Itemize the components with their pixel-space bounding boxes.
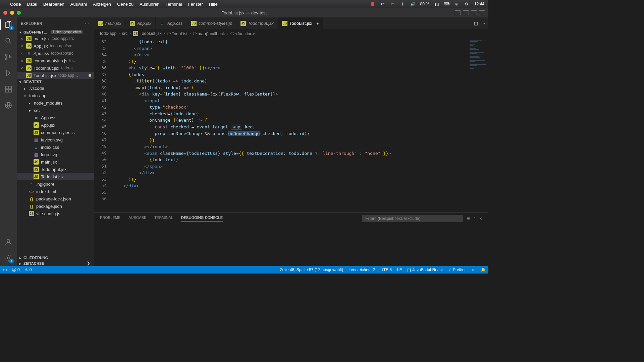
remote-icon[interactable]: [4, 101, 13, 110]
close-window[interactable]: [3, 11, 7, 15]
folder-item[interactable]: todo-app: [17, 92, 94, 99]
split-editor-icon[interactable]: ◫: [474, 21, 478, 26]
wifi-icon[interactable]: ⊚: [454, 1, 460, 7]
open-editor-item[interactable]: ×JSTodoInput.jsx todo-a…: [17, 64, 94, 72]
file-item[interactable]: JSvite.config.js: [17, 210, 94, 217]
file-item[interactable]: JSTodoList.jsx: [17, 173, 94, 180]
layout-icon[interactable]: [479, 10, 485, 15]
editor-tab[interactable]: JSTodoInput.jsx: [236, 17, 278, 29]
panel-collapse-icon[interactable]: ˆ: [474, 217, 475, 221]
app-name[interactable]: Code: [10, 2, 21, 7]
source-control-icon[interactable]: [4, 52, 13, 62]
bluetooth-icon[interactable]: ᚼ: [400, 1, 406, 7]
zoom-window[interactable]: [17, 11, 21, 15]
warnings-status[interactable]: ⚠ 0: [24, 267, 32, 272]
breadcrumb-item[interactable]: src: [122, 31, 128, 36]
menu-anzeigen[interactable]: Anzeigen: [93, 2, 111, 7]
open-editor-item[interactable]: ×#App.css todo-app/src: [17, 50, 94, 57]
close-icon[interactable]: ×: [19, 51, 24, 56]
control-center-icon[interactable]: ⚙: [464, 1, 470, 7]
file-item[interactable]: <>index.html: [17, 188, 94, 195]
feedback-icon[interactable]: ☺: [471, 267, 475, 272]
debug-filter-input[interactable]: [362, 215, 463, 222]
panel-tab-probleme[interactable]: PROBLEME: [100, 216, 120, 222]
errors-status[interactable]: ⓧ 0: [12, 267, 20, 273]
sidebar-more-icon[interactable]: ···: [85, 21, 90, 25]
editor-tab[interactable]: JSApp.jsx: [126, 17, 156, 29]
panel-bottom-icon[interactable]: [463, 10, 469, 15]
editor-tab[interactable]: JScommon-styles.js: [187, 17, 236, 29]
file-item[interactable]: ▧favicon.svg: [17, 136, 94, 143]
folder-item[interactable]: node_modules: [17, 99, 94, 107]
menu-geheztu[interactable]: Gehe zu: [117, 2, 133, 7]
account-icon[interactable]: [4, 237, 13, 247]
extensions-icon[interactable]: [4, 84, 13, 94]
open-editor-item[interactable]: ×JScommon-styles.js to…: [17, 57, 94, 64]
folder-header[interactable]: DEV-TEST: [17, 79, 94, 84]
menu-datei[interactable]: Datei: [27, 2, 37, 7]
indent-status[interactable]: Leerzeichen: 2: [348, 267, 375, 272]
remote-status-icon[interactable]: [3, 267, 7, 272]
timeline-header[interactable]: ZEITACHSE ❯: [17, 260, 94, 266]
record-icon[interactable]: [370, 1, 375, 7]
menu-terminal[interactable]: Terminal: [166, 2, 182, 7]
open-editor-item[interactable]: JSTodoList.jsx todo-app…: [17, 72, 94, 79]
search-icon[interactable]: [4, 36, 13, 46]
file-item[interactable]: JSTodoInput.jsx: [17, 166, 94, 173]
breadcrumb-item[interactable]: ⎔ <function>: [230, 31, 255, 36]
cursor-position[interactable]: Zeile 48, Spalte 57 (12 ausgewählt): [280, 267, 343, 272]
menu-auswahl[interactable]: Auswahl: [70, 2, 87, 7]
file-item[interactable]: #App.css: [17, 114, 94, 121]
filter-icon[interactable]: ≣: [467, 217, 470, 221]
file-item[interactable]: ≡.hgignore: [17, 180, 94, 188]
panel-tab-ausgabe[interactable]: AUSGABE: [128, 216, 146, 222]
bell-icon[interactable]: 🔔: [481, 267, 486, 272]
sync-icon[interactable]: ⟳: [380, 1, 385, 7]
editor-tab[interactable]: JSmain.jsx: [94, 17, 126, 29]
file-item[interactable]: JScommon-styles.js: [17, 129, 94, 136]
editor-tab[interactable]: JSTodoList.jsx: [278, 17, 323, 29]
close-icon[interactable]: ×: [19, 44, 24, 49]
menu-hilfe[interactable]: Hilfe: [209, 2, 218, 7]
tab-more-icon[interactable]: ···: [481, 21, 485, 26]
volume-icon[interactable]: 🔊: [410, 1, 416, 7]
close-icon[interactable]: ×: [19, 58, 24, 63]
menu-bearbeiten[interactable]: Bearbeiten: [43, 2, 64, 7]
editor-tab[interactable]: #App.css: [156, 17, 187, 29]
language-status[interactable]: { } JavaScript React: [407, 267, 443, 272]
open-editors-header[interactable]: GEÖFFNET… 1 nicht gespeichert: [17, 29, 94, 35]
open-editor-item[interactable]: ×JSApp.jsx todo-app/src: [17, 42, 94, 50]
folder-item[interactable]: src: [17, 107, 94, 114]
menu-ausfuehren[interactable]: Ausführen: [140, 2, 159, 7]
file-item[interactable]: ▧logo.svg: [17, 151, 94, 158]
explorer-icon[interactable]: 1: [4, 20, 13, 29]
file-item[interactable]: JSmain.jsx: [17, 158, 94, 166]
battery-icon[interactable]: ▮▯: [434, 1, 439, 7]
folder-item[interactable]: .vscode: [17, 84, 94, 92]
file-item[interactable]: JSApp.jsx: [17, 121, 94, 129]
panel-right-icon[interactable]: [471, 10, 477, 15]
prettier-status[interactable]: ✓ Prettier: [448, 267, 466, 272]
file-item[interactable]: #index.css: [17, 143, 94, 151]
outline-header[interactable]: GLIEDERUNG: [17, 255, 94, 260]
close-icon[interactable]: ×: [19, 36, 24, 41]
minimize-window[interactable]: [10, 11, 14, 15]
clock[interactable]: 12:44: [474, 2, 484, 6]
panel-left-icon[interactable]: [455, 10, 461, 15]
eol-status[interactable]: LF: [397, 267, 402, 272]
breadcrumbs[interactable]: todo-app›src›JSTodoList.jsx›⎔ TodoList›⎔…: [94, 29, 488, 38]
panel-tab-terminal[interactable]: TERMINAL: [154, 216, 173, 222]
file-item[interactable]: {}package-lock.json: [17, 195, 94, 202]
run-debug-icon[interactable]: [4, 68, 13, 78]
breadcrumb-item[interactable]: ⎔ TodoList: [167, 31, 187, 36]
close-icon[interactable]: ×: [19, 66, 24, 71]
encoding-status[interactable]: UTF-8: [380, 267, 392, 272]
minimap[interactable]: [468, 38, 488, 213]
code-editor[interactable]: {todo.text} </span> </div> ))} <hr style…: [113, 38, 468, 213]
display-icon[interactable]: ▭: [390, 1, 395, 7]
open-editor-item[interactable]: ×JSmain.jsx todo-app/src: [17, 35, 94, 42]
gear-icon[interactable]: 1: [4, 253, 13, 263]
breadcrumb-item[interactable]: ⎔ map() callback: [193, 31, 225, 36]
file-item[interactable]: {}package.json: [17, 202, 94, 210]
panel-close-icon[interactable]: ✕: [479, 217, 482, 221]
